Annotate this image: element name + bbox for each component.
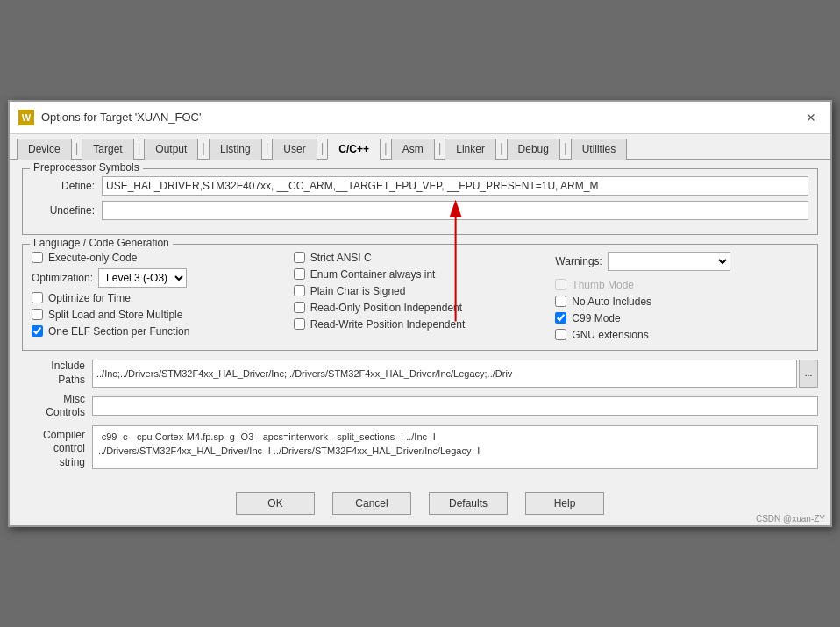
title-bar: W Options for Target 'XUAN_FOC' ✕ <box>10 102 830 134</box>
compiler-control-row: Compilercontrolstring -c99 -c --cpu Cort… <box>22 425 818 470</box>
strict-ansi-row: Strict ANSI C <box>294 252 547 264</box>
optimization-label: Optimization: <box>32 272 93 284</box>
tab-debug[interactable]: Debug <box>507 139 560 160</box>
split-load-row: Split Load and Store Multiple <box>32 309 285 321</box>
ok-button[interactable]: OK <box>236 492 315 515</box>
tab-sep-2: | <box>136 138 143 159</box>
split-load-checkbox[interactable] <box>32 309 43 320</box>
no-auto-includes-checkbox[interactable] <box>555 296 566 307</box>
plain-char-label: Plain Char is Signed <box>310 285 406 297</box>
execute-only-checkbox[interactable] <box>32 252 43 263</box>
bottom-buttons: OK Cancel Defaults Help <box>10 483 830 525</box>
c99-mode-checkbox[interactable] <box>555 312 566 324</box>
compiler-control-line1: -c99 -c --cpu Cortex-M4.fp.sp -g -O3 --a… <box>98 431 436 442</box>
optimize-time-checkbox[interactable] <box>32 292 43 303</box>
compiler-control-box: -c99 -c --cpu Cortex-M4.fp.sp -g -O3 --a… <box>92 425 818 469</box>
optimization-row: Optimization: Level 3 (-O3) Level 0 (-O0… <box>32 268 285 288</box>
misc-controls-row: MiscControls <box>22 393 818 420</box>
define-label: Define: <box>32 180 102 192</box>
rwpi-label: Read-Write Position Independent <box>310 318 466 331</box>
execute-only-row: Execute-only Code <box>32 252 285 264</box>
define-row: Define: <box>32 176 808 196</box>
tab-sep-6: | <box>382 138 389 159</box>
help-button[interactable]: Help <box>525 492 604 515</box>
include-paths-wrap: ... <box>92 360 818 388</box>
undefine-label: Undefine: <box>32 204 102 217</box>
c99-mode-row: C99 Mode <box>555 312 808 324</box>
enum-container-checkbox[interactable] <box>294 268 305 280</box>
thumb-mode-checkbox[interactable] <box>555 279 566 290</box>
optimize-time-label: Optimize for Time <box>48 292 131 304</box>
no-auto-includes-row: No Auto Includes <box>555 296 808 308</box>
warnings-row: Warnings: All Warnings No Warnings MISRA… <box>555 252 808 271</box>
ropi-checkbox[interactable] <box>294 302 305 313</box>
close-button[interactable]: ✕ <box>801 107 822 128</box>
tab-device[interactable]: Device <box>17 139 72 160</box>
no-auto-includes-label: No Auto Includes <box>572 296 651 308</box>
one-elf-label: One ELF Section per Function <box>48 325 189 338</box>
gnu-extensions-checkbox[interactable] <box>555 329 566 340</box>
undefine-input[interactable] <box>102 201 808 220</box>
defaults-button[interactable]: Defaults <box>429 492 508 515</box>
lang-col1: Execute-only Code Optimization: Level 3 … <box>32 252 285 341</box>
tab-asm[interactable]: Asm <box>391 139 435 160</box>
tab-target[interactable]: Target <box>82 139 133 160</box>
tab-user[interactable]: User <box>272 139 317 160</box>
rwpi-row: Read-Write Position Independent <box>294 318 547 331</box>
compiler-control-label: Compilercontrolstring <box>22 425 92 470</box>
tab-sep-5: | <box>319 138 326 159</box>
enum-container-label: Enum Container always int <box>310 268 436 281</box>
language-group: Language / Code Generation Execute-only … <box>22 244 818 351</box>
one-elf-checkbox[interactable] <box>32 325 43 337</box>
define-input[interactable] <box>102 176 808 196</box>
one-elf-row: One ELF Section per Function <box>32 325 285 338</box>
strict-ansi-checkbox[interactable] <box>294 252 305 263</box>
ropi-row: Read-Only Position Independent <box>294 302 547 314</box>
lang-col3: Warnings: All Warnings No Warnings MISRA… <box>555 252 808 341</box>
optimization-select[interactable]: Level 3 (-O3) Level 0 (-O0) Level 1 (-O1… <box>98 268 187 288</box>
tab-sep-8: | <box>498 138 505 159</box>
strict-ansi-label: Strict ANSI C <box>310 252 372 264</box>
warnings-select[interactable]: All Warnings No Warnings MISRA compatibl… <box>608 252 730 271</box>
misc-controls-label: MiscControls <box>22 393 92 420</box>
language-group-label: Language / Code Generation <box>30 237 173 249</box>
title-bar-left: W Options for Target 'XUAN_FOC' <box>18 110 201 125</box>
rwpi-checkbox[interactable] <box>294 318 305 330</box>
misc-controls-input[interactable] <box>92 396 818 416</box>
watermark: CSDN @xuan-ZY <box>756 514 825 524</box>
execute-only-label: Execute-only Code <box>48 252 137 264</box>
content-area: Preprocessor Symbols Define: Undefine: L… <box>10 160 830 484</box>
include-paths-browse-button[interactable]: ... <box>799 360 818 388</box>
thumb-mode-label: Thumb Mode <box>572 279 634 291</box>
tab-cpp[interactable]: C/C++ <box>327 139 381 160</box>
include-paths-row: IncludePaths ... <box>22 360 818 388</box>
tab-sep-4: | <box>264 138 271 159</box>
optimize-time-row: Optimize for Time <box>32 292 285 304</box>
dialog-window: W Options for Target 'XUAN_FOC' ✕ Device… <box>8 100 832 528</box>
tab-utilities[interactable]: Utilities <box>571 139 628 160</box>
include-paths-input[interactable] <box>92 360 797 388</box>
gnu-extensions-row: GNU extensions <box>555 329 808 341</box>
c99-mode-label: C99 Mode <box>572 312 620 324</box>
plain-char-checkbox[interactable] <box>294 285 305 296</box>
tab-linker[interactable]: Linker <box>445 139 496 160</box>
tab-output[interactable]: Output <box>144 139 198 160</box>
thumb-mode-row: Thumb Mode <box>555 279 808 291</box>
split-load-label: Split Load and Store Multiple <box>48 309 182 321</box>
tab-sep-1: | <box>74 138 81 159</box>
include-paths-label: IncludePaths <box>22 360 92 387</box>
undefine-row: Undefine: <box>32 201 808 220</box>
app-icon: W <box>18 110 34 125</box>
warnings-label: Warnings: <box>555 255 602 267</box>
compiler-control-line2: ../Drivers/STM32F4xx_HAL_Driver/Inc -I .… <box>98 445 480 456</box>
preprocessor-group-label: Preprocessor Symbols <box>30 161 143 174</box>
ropi-label: Read-Only Position Independent <box>310 302 462 314</box>
lang-col2: Strict ANSI C Enum Container always int … <box>294 252 547 341</box>
plain-char-row: Plain Char is Signed <box>294 285 547 297</box>
window-title: Options for Target 'XUAN_FOC' <box>41 110 201 124</box>
cancel-button[interactable]: Cancel <box>332 492 411 515</box>
enum-container-row: Enum Container always int <box>294 268 547 281</box>
gnu-extensions-label: GNU extensions <box>572 329 648 341</box>
tab-sep-3: | <box>200 138 207 159</box>
tab-listing[interactable]: Listing <box>209 139 262 160</box>
